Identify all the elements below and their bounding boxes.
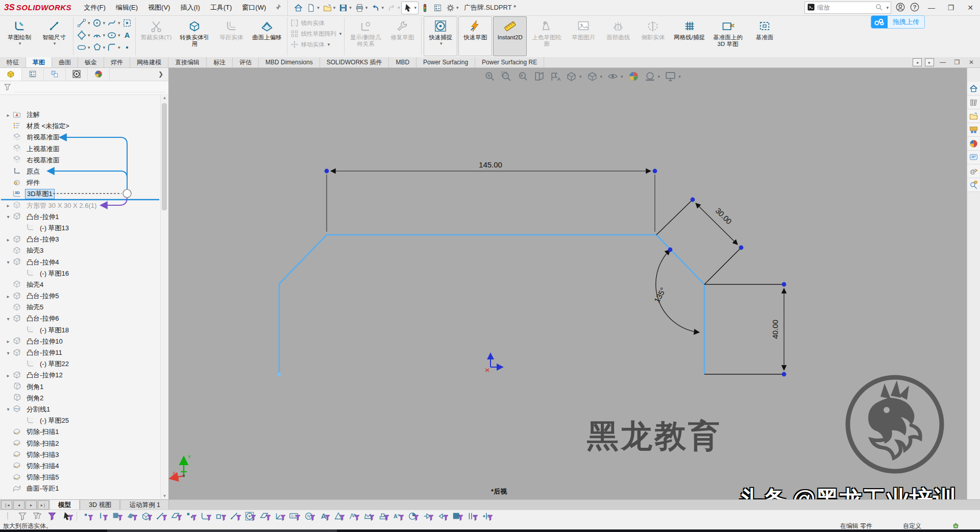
options-list-button[interactable] [431,2,444,14]
filter-notes-button[interactable]: A [317,511,330,522]
tree-item[interactable]: 切除-扫描3 [0,449,168,461]
slot-tool-button[interactable]: ▾ [76,42,91,53]
arc-tool-button[interactable]: ▾ [91,30,106,41]
tree-item[interactable]: ▾凸台-拉伸4 [0,256,168,268]
scrollbar-thumb[interactable] [162,103,167,210]
dimension-30[interactable]: 30.00 [696,203,738,245]
tab-焊件[interactable]: 焊件 [104,57,130,67]
dimension-135[interactable]: 135° [652,250,699,332]
tree-item[interactable]: ▸凸台-拉伸5 [0,291,168,302]
dropdown-arrow-icon[interactable]: ▾ [328,42,330,47]
filter-center-marks-button[interactable] [243,511,256,522]
tree-item[interactable]: 抽壳3 [0,245,168,256]
chevron-down-icon[interactable]: ▾ [4,406,12,412]
tab-Power Surfacing[interactable]: Power Surfacing [416,57,475,67]
tree-item[interactable]: 切除-扫描2 [0,438,168,449]
menu-view[interactable]: 视图(V) [143,0,175,15]
tab-MBD[interactable]: MBD [389,57,416,67]
filter-sketch-points-button[interactable] [184,511,197,522]
dropdown-arrow-icon[interactable]: ▾ [118,20,120,26]
tree-item[interactable]: ▸凸台-拉伸10 [0,336,168,347]
select-button[interactable]: ▾ [401,2,419,14]
tree-item[interactable]: 原点 [0,166,168,177]
dock-left-icon[interactable]: ◂ [913,58,922,66]
tab-钣金[interactable]: 钣金 [78,57,104,67]
filter-clear-all-button[interactable] [16,511,29,522]
tab-Power Surfacing RE[interactable]: Power Surfacing RE [475,57,544,67]
filter-routing-points-button[interactable] [480,511,493,522]
dropdown-arrow-icon[interactable]: ▾ [118,45,120,50]
taskpane-solidworks-resources[interactable] [967,95,980,109]
user-account-icon[interactable] [895,2,905,14]
tree-item[interactable]: 曲面-等距1 [0,483,168,494]
filter-axes-button[interactable] [258,511,271,522]
fillet-tool-button[interactable]: ▾ [106,42,121,53]
pin-icon[interactable] [273,3,282,13]
rebuild-button[interactable] [419,2,431,14]
ribbon-convert-button[interactable]: 转换实体引用 [176,16,213,56]
nav-next-button[interactable]: ▸ [26,500,37,510]
tree-scrollbar[interactable]: ▲ ▼ [160,94,168,499]
panel-tab-configurationmanager[interactable] [44,67,66,81]
taskpane-view-palette[interactable] [967,137,980,151]
menu-window[interactable]: 窗口(W) [237,0,271,15]
nav-prev-button[interactable]: ◂ [13,500,24,510]
tab-网格建模[interactable]: 网格建模 [130,57,168,67]
ribbon-planeref-button[interactable]: 基准面 [748,16,781,56]
tree-item[interactable]: 右视基准面 [0,155,168,166]
close-button[interactable]: ✕ [963,1,978,14]
tree-item[interactable]: 上视基准面 [0,143,168,155]
filter-surface-finish-button[interactable] [347,511,360,522]
tree-item[interactable]: 切除-扫描5 [0,472,168,483]
help-icon[interactable]: ? [910,2,920,14]
panel-tab-featuremanager-tree[interactable] [0,67,22,81]
taskpane-home[interactable] [967,82,980,95]
text-tool-button[interactable]: A [121,30,133,41]
panel-tab-dimxpertmanager[interactable] [66,67,88,81]
settings-button[interactable]: ▾ [444,2,460,14]
dropdown-arrow-icon[interactable]: ▾ [456,5,459,10]
tree-item[interactable]: 切除-扫描4 [0,461,168,472]
redo-button[interactable]: ▾ [385,2,402,14]
selection-handle-button[interactable] [1,511,14,522]
tree-item[interactable]: ▸凸台-拉伸12 [0,370,168,381]
panel-tab-displaymanager[interactable] [88,67,110,81]
ribbon-gridg-button[interactable]: 网格线/捕捉 [671,16,708,56]
tab-直接编辑[interactable]: 直接编辑 [168,57,207,67]
filter-dimensions-button[interactable]: 0.3 [287,511,301,522]
new-document-button[interactable]: ▾ [305,2,321,14]
taskpane-appearances-scenes[interactable] [967,151,980,164]
home-button[interactable] [292,2,305,14]
panel-tab-propertymanager[interactable] [22,67,44,81]
ribbon-smartdim-button[interactable]: 智能尺寸▾ [37,16,71,56]
dropdown-arrow-icon[interactable]: ▾ [414,5,416,10]
chevron-right-icon[interactable]: ▸ [4,294,12,299]
dropdown-arrow-icon[interactable]: ▾ [381,5,384,10]
dropdown-arrow-icon[interactable]: ▾ [365,5,368,10]
scroll-up-icon[interactable]: ▲ [161,94,168,101]
tree-item[interactable]: ▾凸台-拉伸11 [0,347,168,358]
dropdown-arrow-icon[interactable]: ▾ [398,5,400,10]
tab-SOLIDWORKS 插件[interactable]: SOLIDWORKS 插件 [320,57,389,67]
panel-expand-icon[interactable]: ❯ [153,67,168,81]
chevron-down-icon[interactable]: ▾ [4,350,12,356]
search-icon[interactable] [875,3,883,13]
tree-item[interactable]: ▾凸台-拉伸1 [0,211,168,223]
doc-minimize-button[interactable]: — [937,59,948,66]
tab-标注[interactable]: 标注 [207,57,233,67]
tree-item[interactable]: (-) 草图13 [0,223,168,234]
filter-gtol-button[interactable] [332,511,345,522]
dropdown-arrow-icon[interactable]: ▾ [317,5,320,10]
tree-item[interactable]: (-) 草图25 [0,415,168,426]
chevron-right-icon[interactable]: ▸ [4,338,12,344]
ribbon-flash-button[interactable]: 快速草图 [458,16,492,56]
dropdown-arrow-icon[interactable]: ▾ [333,5,336,10]
filter-surface-bodies-button[interactable] [125,511,138,522]
dropdown-arrow-icon[interactable]: ▾ [103,33,106,38]
filter-icon[interactable] [3,83,12,93]
tree-item[interactable]: ▸A注解 [0,109,168,120]
print-button[interactable]: ▾ [353,2,370,14]
menu-file[interactable]: 文件(F) [79,0,111,15]
taskpane-solidworks-forum[interactable] [967,178,980,192]
minimize-button[interactable]: — [924,1,939,14]
